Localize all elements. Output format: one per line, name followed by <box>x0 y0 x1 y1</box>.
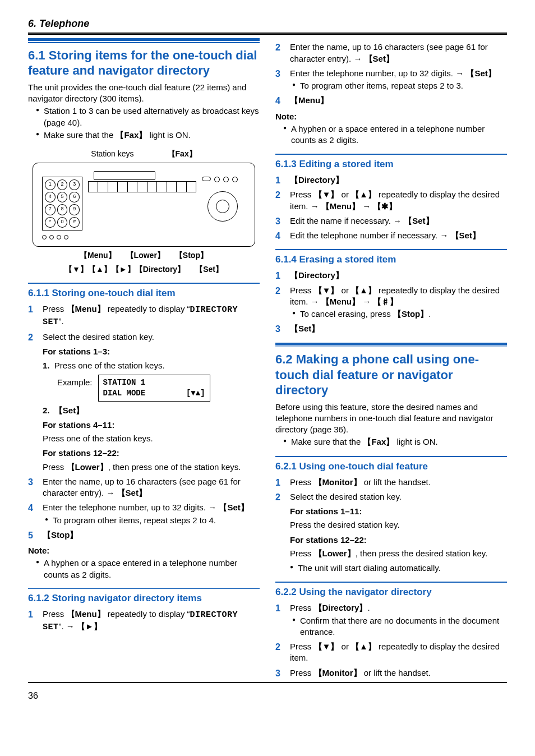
steps-6-2-1: 1 Press 【Monitor】 or lift the handset. 2… <box>275 477 507 574</box>
lcd-line: STATION 1 <box>103 377 205 388</box>
station-keys-row <box>88 181 196 192</box>
text: Press the desired station key. <box>290 519 507 531</box>
bullet-item: A hyphen or a space entered in a telepho… <box>283 123 507 146</box>
directory-button-label: 【Directory】 <box>290 175 344 185</box>
step-item: 3 Edit the name if necessary. → 【Set】 <box>275 215 507 227</box>
section-6-1-title: 6.1 Storing items for the one-touch dial… <box>28 48 260 79</box>
step-item: 3 Enter the telephone number, up to 32 d… <box>275 68 507 92</box>
text: or <box>339 642 351 651</box>
diagram-label-set: 【Set】 <box>195 264 223 275</box>
text: , then press one of the station keys. <box>108 462 241 472</box>
bullet-item: To program other items, repeat steps 2 t… <box>45 515 260 526</box>
text: or lift the handset. <box>362 477 431 487</box>
text: Press one of the station keys. <box>54 361 165 370</box>
bullet-item: Confirm that there are no documents in t… <box>292 615 507 638</box>
step-item: 4 【Menu】 <box>275 95 507 106</box>
text: Edit the telephone number if necessary. <box>290 231 440 240</box>
step-item: 5 【Stop】 <box>28 529 260 541</box>
stop-button-label: 【Stop】 <box>43 530 78 540</box>
text: , then press the desired station key. <box>356 548 488 558</box>
directory-button-label: 【Directory】 <box>314 603 368 612</box>
steps-6-1-2-cont: 2 Enter the name, up to 16 characters (s… <box>275 42 507 106</box>
substations-12-22: For stations 12–22: <box>43 448 260 459</box>
steps-6-1-4: 1 【Directory】 2 Press 【▼】 or 【▲】 repeate… <box>275 270 507 334</box>
text: Press <box>43 609 67 619</box>
right-column: 2 Enter the name, up to 16 characters (s… <box>275 38 507 679</box>
text: Edit the name if necessary. <box>290 216 393 225</box>
text: repeatedly to display <box>105 609 187 619</box>
menu-button-label: 【Menu】 <box>290 95 329 105</box>
text: repeatedly to display <box>105 304 187 314</box>
section-6-1-lead: The unit provides the one-touch dial fea… <box>28 82 260 105</box>
section-6-2-1-title: 6.2.1 Using one-touch dial feature <box>275 460 507 473</box>
set-button-label: 【Set】 <box>466 68 496 78</box>
down-arrow-button: 【▼】 <box>314 190 339 199</box>
substep-number: 2. <box>43 405 50 415</box>
diagram-label-menu: 【Menu】 <box>80 250 116 261</box>
arrow-icon: → <box>106 488 117 497</box>
text: Press <box>290 603 314 612</box>
text: light is ON. <box>147 130 191 140</box>
bullet-item: Make sure that the 【Fax】 light is ON. <box>36 130 260 141</box>
bullet-item: Make sure that the 【Fax】 light is ON. <box>283 436 507 448</box>
menu-button-label: 【Menu】 <box>67 609 105 619</box>
lower-button-label: 【Lower】 <box>314 548 356 558</box>
left-column: 6.1 Storing items for the one-touch dial… <box>28 38 260 679</box>
section-bar-thin <box>28 42 260 43</box>
subsection-rule <box>28 283 260 284</box>
section-6-2-title: 6.2 Making a phone call using one-touch … <box>275 352 507 398</box>
monitor-button-label: 【Monitor】 <box>314 477 362 487</box>
step-item: 3 【Set】 <box>275 323 507 334</box>
up-arrow-button: 【▲】 <box>351 642 376 651</box>
lcd-rect <box>94 171 155 180</box>
indicator-icons <box>202 177 238 182</box>
menu-button-label: 【Menu】 <box>321 201 360 211</box>
substations-12-22: For stations 12–22: <box>290 534 507 546</box>
hash-button-label: 【♯】 <box>373 297 398 306</box>
text: Make sure that the <box>44 130 116 140</box>
step-item: 4 Edit the telephone number if necessary… <box>275 230 507 241</box>
section-6-1-3-title: 6.1.3 Editing a stored item <box>275 158 507 171</box>
section-6-1-2-title: 6.1.2 Storing navigator directory items <box>28 592 260 605</box>
chapter-header: 6. Telephone <box>28 17 507 30</box>
monitor-button-label: 【Monitor】 <box>314 668 362 677</box>
section-6-1-1-title: 6.1.1 Storing one-touch dial item <box>28 287 260 300</box>
text: Press <box>43 462 67 472</box>
text: To cancel erasing, press <box>300 309 393 319</box>
lower-button-label: 【Lower】 <box>67 462 108 472</box>
diagram-label-fax: 【Fax】 <box>168 149 197 159</box>
down-arrow-button: 【▼】 <box>314 285 339 295</box>
arrow-icon: → <box>362 297 373 306</box>
diagram-label-lower: 【Lower】 <box>126 250 165 261</box>
section-bar-thin <box>275 347 507 348</box>
section-6-2-2-title: 6.2.2 Using the navigator directory <box>275 586 507 599</box>
steps-6-1-3: 1 【Directory】 2 Press 【▼】 or 【▲】 repeate… <box>275 174 507 241</box>
text: Select the desired station key. <box>43 332 154 342</box>
text: or <box>339 285 351 295</box>
text: Press <box>290 285 314 295</box>
text: Press <box>290 477 314 487</box>
stop-button-label: 【Stop】 <box>393 309 428 319</box>
set-button-label: 【Set】 <box>404 216 433 225</box>
arrow-icon: → <box>353 54 364 63</box>
step-item: 3 Press 【Monitor】 or lift the handset. <box>275 667 507 679</box>
arrow-icon: → <box>455 68 466 78</box>
steps-6-1-2: 1 Press 【Menu】 repeatedly to display “DI… <box>28 609 260 634</box>
step-item: 1 Press 【Monitor】 or lift the handset. <box>275 477 507 488</box>
menu-button-label: 【Menu】 <box>67 304 105 314</box>
set-button-label: 【Set】 <box>365 54 394 63</box>
text: Enter the telephone number, up to 32 dig… <box>43 503 208 512</box>
text: Enter the telephone number, up to 32 dig… <box>290 68 455 78</box>
substep-number: 1. <box>43 361 50 370</box>
bullet-item: To cancel erasing, press 【Stop】. <box>292 308 507 320</box>
steps-6-2-2: 1 Press 【Directory】. Confirm that there … <box>275 602 507 679</box>
diagram-label-station-keys: Station keys <box>91 149 133 159</box>
text: or lift the handset. <box>362 668 431 677</box>
page-number: 36 <box>28 686 507 702</box>
note-heading: Note: <box>28 545 260 556</box>
text: Press <box>290 190 314 199</box>
note-heading: Note: <box>275 111 507 122</box>
step-item: 2 Press 【▼】 or 【▲】 repeatedly to display… <box>275 189 507 212</box>
menu-button-label: 【Menu】 <box>321 297 360 306</box>
subsection-rule <box>28 588 260 589</box>
